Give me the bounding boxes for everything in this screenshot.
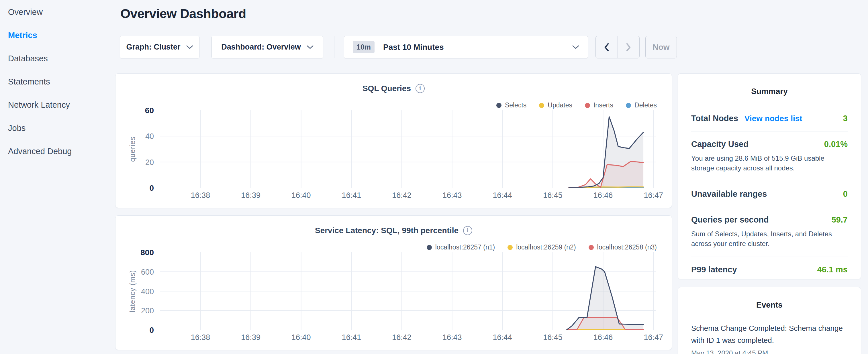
- events-title: Events: [691, 300, 848, 310]
- sidebar-item[interactable]: Advanced Debug: [8, 146, 115, 156]
- p99-latency-row: P99 latency 46.1 ms: [691, 265, 848, 275]
- summary-title: Summary: [691, 87, 848, 96]
- svg-text:queries: queries: [128, 136, 136, 162]
- sidebar-item[interactable]: Overview: [8, 7, 115, 17]
- svg-text:16:42: 16:42: [392, 333, 411, 342]
- legend-dot-icon: [589, 245, 594, 250]
- chart-title: Service Latency: SQL, 99th percentile: [315, 226, 459, 235]
- capacity-value: 0.01%: [824, 139, 848, 149]
- qps-label: Queries per second: [691, 215, 769, 225]
- svg-text:20: 20: [145, 158, 154, 167]
- next-time-button[interactable]: [618, 36, 640, 58]
- svg-text:0: 0: [149, 326, 154, 334]
- legend-dot-icon: [585, 103, 590, 108]
- chevron-right-icon: [626, 43, 631, 52]
- svg-text:16:47: 16:47: [644, 191, 663, 200]
- unavailable-ranges-label: Unavailable ranges: [691, 189, 767, 199]
- svg-text:40: 40: [145, 132, 154, 141]
- time-range-badge: 10m: [353, 41, 375, 53]
- svg-text:400: 400: [141, 287, 154, 296]
- capacity-label: Capacity Used: [691, 139, 748, 149]
- graph-scope-dropdown[interactable]: Graph: Cluster: [120, 36, 199, 58]
- svg-text:16:44: 16:44: [493, 191, 513, 200]
- svg-text:16:45: 16:45: [543, 333, 562, 342]
- time-range-dropdown[interactable]: 10m Past 10 Minutes: [344, 36, 588, 58]
- summary-panel: Summary Total Nodes View nodes list 3 Ca…: [678, 73, 861, 279]
- sidebar-item[interactable]: Jobs: [8, 123, 115, 133]
- svg-text:16:39: 16:39: [241, 333, 260, 342]
- capacity-row: Capacity Used 0.01%: [691, 139, 848, 149]
- event-item[interactable]: Schema Change Completed: Schema change w…: [691, 322, 848, 354]
- p99-latency-value: 46.1 ms: [817, 265, 848, 275]
- chevron-down-icon: [186, 45, 193, 49]
- sidebar-item[interactable]: Network Latency: [8, 100, 115, 110]
- chart-title: SQL Queries: [363, 84, 411, 93]
- svg-text:16:41: 16:41: [342, 333, 361, 342]
- time-range-label: Past 10 Minutes: [383, 43, 444, 52]
- dashboard-dropdown-label: Dashboard: Overview: [221, 43, 301, 52]
- chevron-down-icon: [307, 45, 313, 49]
- legend-dot-icon: [496, 103, 501, 108]
- capacity-description: You are using 28.6 MiB of 515.9 GiB usab…: [691, 154, 848, 173]
- sidebar-item[interactable]: Statements: [8, 76, 115, 87]
- svg-text:16:40: 16:40: [291, 333, 311, 342]
- svg-text:60: 60: [145, 108, 154, 115]
- svg-text:16:47: 16:47: [644, 333, 663, 342]
- legend-dot-icon: [626, 103, 631, 108]
- dashboard-dropdown[interactable]: Dashboard: Overview: [212, 36, 323, 58]
- svg-text:16:39: 16:39: [241, 191, 260, 200]
- event-timestamp: May 13, 2020 at 4:45 PM: [691, 349, 848, 354]
- svg-text:16:46: 16:46: [593, 333, 613, 342]
- chevron-down-icon: [572, 45, 579, 49]
- svg-text:16:45: 16:45: [543, 191, 562, 200]
- divider: [691, 257, 848, 257]
- divider: [691, 207, 848, 207]
- legend-dot-icon: [507, 245, 513, 250]
- total-nodes-row: Total Nodes View nodes list 3: [691, 114, 848, 123]
- svg-text:16:41: 16:41: [342, 191, 361, 200]
- total-nodes-value: 3: [843, 114, 848, 123]
- now-button[interactable]: Now: [645, 36, 677, 58]
- prev-time-button[interactable]: [596, 36, 618, 58]
- svg-text:16:43: 16:43: [442, 191, 462, 200]
- svg-text:600: 600: [141, 268, 154, 277]
- sql-queries-chart-card: SQL Queries i Selects Updates Inserts: [115, 73, 672, 208]
- app-root: Overview Metrics Databases Statements Ne…: [0, 0, 868, 354]
- event-list: Schema Change Completed: Schema change w…: [691, 322, 848, 354]
- svg-text:16:42: 16:42: [392, 191, 411, 200]
- service-latency-plot[interactable]: 16:3816:3916:4016:4116:4216:4316:4416:45…: [120, 250, 668, 345]
- qps-value: 59.7: [832, 215, 848, 225]
- service-latency-chart-card: Service Latency: SQL, 99th percentile i …: [115, 215, 672, 350]
- chevron-left-icon: [604, 43, 609, 52]
- total-nodes-label: Total Nodes: [691, 114, 738, 123]
- legend-dot-icon: [539, 103, 544, 108]
- svg-text:latency (ms): latency (ms): [128, 270, 136, 312]
- sidebar-item[interactable]: Databases: [8, 53, 115, 64]
- svg-text:16:38: 16:38: [191, 333, 210, 342]
- event-text: Schema Change Completed: Schema change w…: [691, 322, 848, 346]
- sidebar: Overview Metrics Databases Statements Ne…: [0, 0, 115, 169]
- qps-row: Queries per second 59.7: [691, 215, 848, 225]
- unavailable-ranges-value: 0: [843, 189, 848, 199]
- view-nodes-list-link[interactable]: View nodes list: [744, 114, 802, 123]
- time-stepper: [595, 36, 640, 58]
- sidebar-item[interactable]: Metrics: [8, 30, 115, 40]
- events-panel: Events Schema Change Completed: Schema c…: [678, 287, 861, 354]
- svg-text:16:43: 16:43: [442, 333, 462, 342]
- graph-scope-dropdown-label: Graph: Cluster: [126, 43, 180, 52]
- svg-text:200: 200: [141, 307, 154, 315]
- svg-text:16:38: 16:38: [191, 191, 210, 200]
- info-icon[interactable]: i: [415, 84, 425, 93]
- divider: [691, 131, 848, 131]
- svg-text:0: 0: [149, 184, 154, 192]
- divider: [691, 181, 848, 181]
- qps-description: Sum of Selects, Updates, Inserts, and De…: [691, 229, 848, 249]
- p99-latency-label: P99 latency: [691, 265, 737, 275]
- info-icon[interactable]: i: [463, 226, 472, 235]
- legend-dot-icon: [427, 245, 432, 250]
- svg-text:16:40: 16:40: [291, 191, 311, 200]
- svg-text:16:44: 16:44: [493, 333, 513, 342]
- sql-queries-plot[interactable]: 16:3816:3916:4016:4116:4216:4316:4416:45…: [120, 108, 668, 202]
- svg-text:800: 800: [141, 250, 154, 257]
- page-title: Overview Dashboard: [120, 6, 246, 21]
